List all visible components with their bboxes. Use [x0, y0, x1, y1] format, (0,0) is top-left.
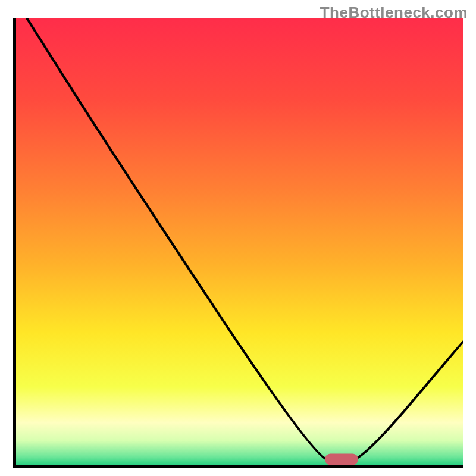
optimal-marker	[325, 454, 358, 465]
x-axis	[13, 465, 463, 468]
bottleneck-curve	[13, 18, 463, 468]
chart-stage: TheBottleneck.com	[0, 0, 476, 476]
plot-area	[13, 18, 463, 468]
y-axis	[13, 18, 16, 468]
